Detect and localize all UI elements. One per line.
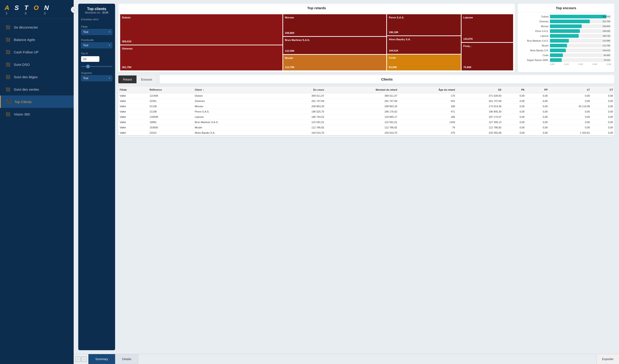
bar-fill — [550, 53, 563, 57]
bar-track: 208,86K — [550, 24, 611, 28]
sidebar-logo: A S T O N 3 6 0 — [0, 0, 74, 19]
cell-lt: 1 433,81 — [549, 130, 591, 136]
bar-value: 186,74K — [603, 35, 610, 37]
bar-label: Alves Baudry S.A. — [521, 49, 549, 52]
bar-row: Moulin 112,79K — [521, 44, 611, 47]
sidebar-toggle-button[interactable]: ‹ — [71, 6, 77, 13]
vision-icon: ⬛ — [5, 112, 11, 117]
bar-row: Seguin Ramos SARL 76,41K — [521, 58, 611, 62]
cell-client: Peron S.A.S. — [193, 109, 273, 114]
sidebar-item-balance[interactable]: ⬛ Balance Agée — [0, 33, 74, 46]
bar-fill — [550, 34, 579, 38]
topclients-icon: ⬛ — [6, 99, 11, 104]
col-retard[interactable]: Montant du retard — [325, 86, 398, 93]
encours-button[interactable]: Encours — [137, 75, 157, 83]
cell-age: 471 — [398, 109, 456, 114]
cell-ref: 21108 — [148, 109, 193, 114]
cell-ref: 51138 — [148, 104, 193, 109]
cell-encours: 369 011,07 — [273, 93, 325, 98]
col-reference[interactable]: Référence — [148, 86, 193, 93]
dso-icon: ⬛ — [5, 62, 11, 67]
col-client[interactable]: Client ▼ — [193, 86, 273, 93]
cell-retard: 186 176,62 — [325, 109, 398, 114]
treemap-col4: Lejeune 134,87K Fouq... 75,86K — [462, 14, 513, 70]
col-ct[interactable]: CT — [591, 86, 614, 93]
cell-retard: 208 863,29 — [325, 104, 398, 109]
logo-title: A S T O N — [5, 4, 69, 12]
portefeuille-select[interactable]: Tout — [81, 42, 112, 48]
tab-details[interactable]: Details — [115, 354, 139, 364]
bar-row: Coste 83,60K — [521, 53, 611, 57]
table-row: Vallet 51138 Morvan 208 863,29 208 863,2… — [118, 104, 614, 109]
table-row: Vallet 21108 Peron S.A.S. 196 525,70 186… — [118, 109, 614, 114]
table-wrapper[interactable]: Filiale Référence Client ▼ En cours Mont… — [118, 86, 614, 137]
cash-icon: ⬛ — [5, 50, 11, 54]
cell-filiale: Vallet — [118, 98, 148, 104]
clients-title-card: Clients — [159, 75, 614, 84]
cell-encours: 112 786,82 — [273, 125, 325, 130]
footer-label: Total — [118, 135, 273, 137]
bar-fill — [550, 49, 566, 52]
panel-title: Top clients — [81, 7, 112, 11]
sidebar-item-cashfollowup[interactable]: ⬛ Cash Follow UP — [0, 46, 74, 58]
cell-retard: 112 786,82 — [325, 125, 398, 130]
table-row: Vallet 18981 Brun Martinez S.A.S. 122 59… — [118, 120, 614, 125]
cell-ct: 0,00 — [591, 109, 614, 114]
sidebar-item-topclients[interactable]: ⬛ Top Clients — [0, 95, 74, 108]
col-pp[interactable]: PP — [526, 86, 549, 93]
cell-ss: 187 174,57 — [456, 114, 503, 120]
tab-prev-button[interactable]: ‹ — [75, 357, 81, 362]
topn-label: Top N — [81, 52, 112, 55]
bar-fill — [550, 20, 590, 23]
litiges-icon: ⬛ — [5, 74, 11, 79]
filiale-label: Filiale — [81, 25, 112, 28]
filiale-select[interactable]: Tout — [81, 29, 112, 35]
cell-ss: 112 786,82 — [456, 125, 503, 130]
cell-encours: 261 747,69 — [273, 98, 325, 104]
cell-pa: 0,00 — [503, 114, 526, 120]
cell-age: 170 — [398, 93, 456, 98]
bar-track: 261,75K — [550, 20, 611, 23]
treemap-cell-peron: Peron S.A.S. 186,18K — [387, 14, 461, 35]
cell-lt: 0,00 — [549, 114, 591, 120]
panel-currency-label: Montants en : EUR — [81, 11, 112, 14]
right-section: Top retards Dubois 369,01K Gimenez 261,7… — [118, 4, 614, 350]
cell-pa: 0,00 — [503, 98, 526, 104]
col-pa[interactable]: PA — [503, 86, 526, 93]
col-lt[interactable]: LT — [549, 86, 591, 93]
signout-icon: ⬛ — [5, 25, 11, 30]
retard-button[interactable]: Retard — [118, 75, 137, 83]
snapshot-label: Snapshot — [81, 72, 112, 74]
snapshot-select[interactable]: Tout — [81, 75, 112, 81]
tab-summary[interactable]: Summary — [88, 354, 115, 364]
bar-chart: Dubois 369,01K Gimenez 261,75K Morvan 20… — [518, 13, 614, 68]
sidebar-item-suividso[interactable]: ⬛ Suivi DSO — [0, 58, 74, 71]
col-encours[interactable]: En cours — [273, 86, 325, 93]
cell-retard: 134 865,17 — [325, 114, 398, 120]
bottom-bar: ‹ › Summary Details Exporter — [74, 354, 619, 364]
treemap-cell-moulin: Moulin 112,79K — [283, 55, 386, 70]
tab-next-button[interactable]: › — [82, 357, 86, 362]
treemap-container: Dubois 369,01K Gimenez 261,75K Morvan — [118, 13, 515, 72]
col-filiale[interactable]: Filiale — [118, 86, 148, 93]
table-row: Vallet 22351 Gimenez 261 747,69 261 747,… — [118, 98, 614, 104]
topn-input[interactable] — [81, 56, 99, 62]
sidebar-item-deconnecter[interactable]: ⬛ Se déconnecter — [0, 21, 74, 33]
col-age[interactable]: Âge du retard — [398, 86, 456, 93]
bar-track: 76,41K — [550, 58, 611, 62]
cell-filiale: Vallet — [118, 104, 148, 109]
sidebar-item-litiges[interactable]: ⬛ Suivi des litiges — [0, 71, 74, 83]
filter-panel: Top clients Montants en : EUR Extradata … — [78, 4, 115, 350]
sidebar-item-vision360[interactable]: ⬛ Vision 360 — [0, 108, 74, 120]
topn-slider[interactable] — [81, 66, 112, 67]
export-button[interactable]: Exporter — [596, 354, 619, 364]
treemap-col3: Peron S.A.S. 186,18K Alves Baudry S.A. 1… — [387, 14, 461, 70]
cell-encours: 104 010,70 — [273, 130, 325, 136]
cell-client: Gimenez — [193, 98, 273, 104]
sidebar-item-ventes[interactable]: ⬛ Suivi des ventes — [0, 83, 74, 95]
bar-track: 122,59K — [550, 39, 611, 42]
col-ss[interactable]: SS — [456, 86, 503, 93]
cell-ss: 196 905,30 — [456, 109, 503, 114]
cell-pp: 0,00 — [526, 120, 549, 125]
cell-ct: 0,00 — [591, 98, 614, 104]
